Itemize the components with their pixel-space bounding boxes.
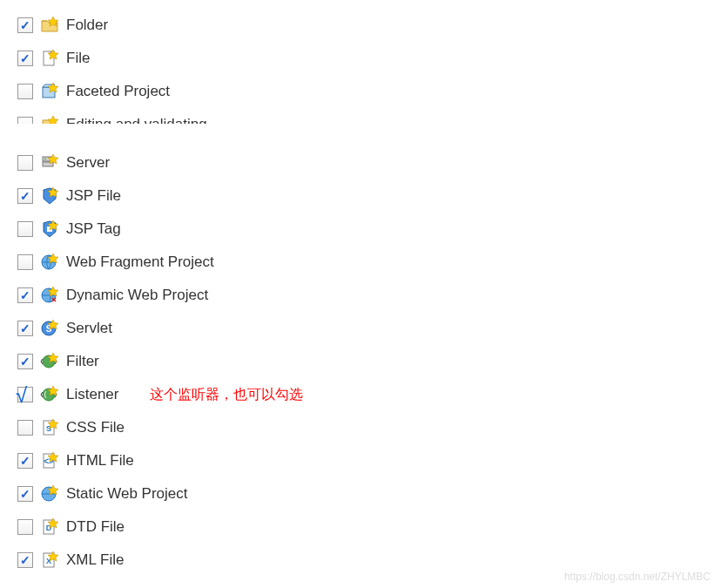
list-item: JSP Tag bbox=[17, 213, 704, 246]
xml-icon: X bbox=[40, 551, 59, 570]
item-label: Server bbox=[66, 154, 110, 172]
item-label: JSP File bbox=[66, 187, 121, 205]
item-label: Filter bbox=[66, 353, 99, 370]
list-item: SServlet bbox=[17, 312, 704, 345]
xsd-icon: X bbox=[40, 584, 59, 588]
checkbox[interactable] bbox=[17, 287, 33, 303]
checkbox[interactable] bbox=[17, 51, 33, 66]
item-label: Servlet bbox=[66, 320, 112, 337]
servlet-icon: S bbox=[40, 319, 59, 338]
checkbox[interactable] bbox=[17, 453, 33, 469]
checkbox[interactable] bbox=[17, 17, 33, 33]
faceted-icon bbox=[40, 82, 59, 101]
css-icon: S bbox=[40, 418, 59, 437]
staticweb-icon bbox=[40, 484, 59, 504]
list-item: Faceted Project bbox=[17, 75, 704, 108]
list-item: Server bbox=[17, 146, 704, 179]
checkbox[interactable] bbox=[17, 354, 33, 369]
checkbox[interactable] bbox=[17, 387, 33, 402]
item-label: Dynamic Web Project bbox=[66, 287, 208, 304]
item-label: XML Schema File bbox=[66, 585, 183, 588]
checkbox[interactable] bbox=[17, 221, 33, 237]
item-label: Faceted Project bbox=[66, 83, 170, 100]
checkbox[interactable] bbox=[17, 552, 33, 568]
listener-icon bbox=[40, 385, 59, 404]
webfrag-icon bbox=[40, 253, 59, 272]
item-label: Folder bbox=[66, 17, 108, 34]
list-item: <>HTML File bbox=[17, 444, 704, 477]
item-label: JSP Tag bbox=[66, 220, 121, 238]
list-item: SCSS File bbox=[17, 411, 704, 444]
item-label: HTML File bbox=[66, 452, 134, 470]
list-item: Static Web Project bbox=[17, 477, 704, 510]
list-item: Dynamic Web Project bbox=[17, 279, 704, 312]
list-item: Filter bbox=[17, 345, 704, 378]
item-label: Static Web Project bbox=[66, 485, 188, 503]
dynweb-icon bbox=[40, 286, 59, 305]
item-label: XML File bbox=[66, 551, 124, 569]
item-label: Web Fragment Project bbox=[66, 253, 214, 271]
checkbox[interactable] bbox=[17, 519, 33, 535]
folder-icon bbox=[40, 16, 59, 35]
svg-marker-41 bbox=[48, 585, 58, 588]
annotation-text: 这个监听器，也可以勾选 bbox=[150, 386, 303, 404]
checkbox[interactable] bbox=[17, 254, 33, 270]
checkbox-list: FolderFileFaceted ProjectEditing and val… bbox=[17, 9, 704, 588]
file-icon bbox=[40, 49, 59, 68]
checkbox[interactable] bbox=[17, 117, 33, 132]
checkbox[interactable] bbox=[17, 420, 33, 436]
checkbox[interactable] bbox=[17, 321, 33, 336]
filter-icon bbox=[40, 352, 59, 371]
edit-icon bbox=[40, 115, 59, 134]
item-label: File bbox=[66, 50, 90, 67]
checkbox[interactable] bbox=[17, 155, 33, 171]
list-item: JSP File bbox=[17, 179, 704, 213]
list-item: File bbox=[17, 42, 704, 75]
svg-point-9 bbox=[44, 159, 46, 160]
list-item: Web Fragment Project bbox=[17, 246, 704, 279]
item-label: DTD File bbox=[66, 518, 125, 536]
svg-marker-6 bbox=[48, 116, 58, 125]
checkbox[interactable] bbox=[17, 486, 33, 502]
watermark-text: https://blog.csdn.net/ZHYLMBC bbox=[564, 571, 711, 583]
html-icon: <> bbox=[40, 451, 59, 470]
jspfile-icon bbox=[40, 186, 59, 206]
item-label: Editing and validating bbox=[66, 116, 207, 133]
item-label: CSS File bbox=[66, 419, 125, 436]
checkbox[interactable] bbox=[17, 84, 33, 99]
list-item: DDTD File bbox=[17, 510, 704, 544]
server-icon bbox=[40, 153, 59, 172]
checkbox[interactable] bbox=[17, 188, 33, 204]
list-item: Listener这个监听器，也可以勾选 bbox=[17, 378, 704, 411]
dtd-icon: D bbox=[40, 517, 59, 537]
list-item: Folder bbox=[17, 9, 704, 42]
item-label: Listener bbox=[66, 386, 118, 403]
jsptag-icon bbox=[40, 220, 59, 239]
list-item: Editing and validating bbox=[17, 108, 704, 141]
